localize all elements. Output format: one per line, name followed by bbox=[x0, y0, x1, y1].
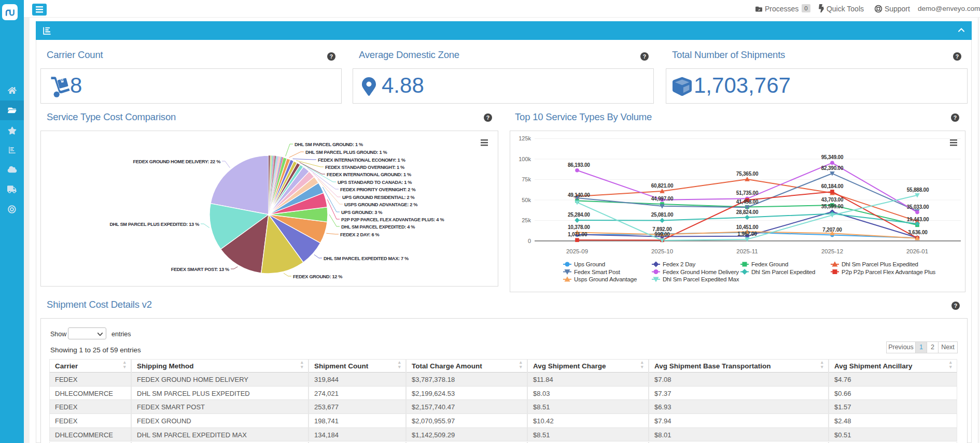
svg-text:P2P P2P PARCEL FLEX ADVANTAGE: P2P P2P PARCEL FLEX ADVANTAGE PLUS: 4 % bbox=[341, 217, 444, 222]
svg-text:7,892.00: 7,892.00 bbox=[652, 226, 672, 232]
svg-text:FEDEX SMART POST: 13 %: FEDEX SMART POST: 13 % bbox=[171, 267, 229, 272]
svg-text:41,458.00: 41,458.00 bbox=[736, 199, 759, 205]
svg-text:Dhl Sm Parcel Expedited: Dhl Sm Parcel Expedited bbox=[751, 269, 815, 275]
svg-text:1,071.00: 1,071.00 bbox=[568, 232, 587, 237]
svg-text:25,284.00: 25,284.00 bbox=[568, 212, 590, 218]
svg-text:2025-11: 2025-11 bbox=[736, 248, 758, 254]
svg-text:125k: 125k bbox=[519, 135, 531, 141]
svg-text:55,888.00: 55,888.00 bbox=[907, 187, 929, 193]
svg-text:25k: 25k bbox=[522, 217, 531, 223]
svg-text:DHL SM PARCEL EXPEDITED: 4 %: DHL SM PARCEL EXPEDITED: 4 % bbox=[341, 224, 415, 230]
svg-text:UPS GROUND RESIDENTIAL: 2 %: UPS GROUND RESIDENTIAL: 2 % bbox=[342, 195, 415, 200]
svg-text:UPS GROUND: 3 %: UPS GROUND: 3 % bbox=[341, 210, 382, 215]
svg-text:FEDEX GROUND: 12 %: FEDEX GROUND: 12 % bbox=[293, 274, 342, 279]
svg-text:Fedex Ground: Fedex Ground bbox=[751, 261, 788, 267]
svg-text:86,193.00: 86,193.00 bbox=[568, 162, 590, 168]
svg-text:Ups Ground: Ups Ground bbox=[574, 261, 605, 267]
svg-text:75,365.00: 75,365.00 bbox=[736, 171, 759, 177]
svg-text:DHL SM PARCEL GROUND: 1 %: DHL SM PARCEL GROUND: 1 % bbox=[295, 142, 363, 147]
svg-text:Fedex Smart Post: Fedex Smart Post bbox=[574, 269, 621, 275]
svg-text:75k: 75k bbox=[522, 176, 531, 182]
svg-text:95,349.00: 95,349.00 bbox=[821, 154, 844, 160]
svg-text:2025-09: 2025-09 bbox=[566, 248, 588, 254]
svg-text:UPS STANDARD TO CANADA: 1 %: UPS STANDARD TO CANADA: 1 % bbox=[338, 180, 412, 185]
svg-text:1,967.00: 1,967.00 bbox=[737, 231, 757, 237]
svg-text:10,378.00: 10,378.00 bbox=[568, 224, 590, 230]
svg-text:35,033.00: 35,033.00 bbox=[907, 204, 929, 210]
svg-text:P2p P2p Parcel Flex Advantage: P2p P2p Parcel Flex Advantage Plus bbox=[842, 269, 936, 275]
svg-text:7,207.00: 7,207.00 bbox=[822, 227, 842, 233]
svg-text:25,081.00: 25,081.00 bbox=[651, 212, 674, 218]
svg-text:DHL SM PARCEL EXPEDITED MAX: 7: DHL SM PARCEL EXPEDITED MAX: 7 % bbox=[324, 256, 409, 261]
svg-text:100k: 100k bbox=[519, 156, 531, 162]
svg-text:USPS GROUND ADVANTAGE: 2 %: USPS GROUND ADVANTAGE: 2 % bbox=[344, 202, 417, 207]
svg-text:82,390.00: 82,390.00 bbox=[821, 165, 844, 171]
svg-text:51,735.00: 51,735.00 bbox=[736, 190, 759, 196]
svg-text:DHL SM PARCEL PLUS GROUND: 1 %: DHL SM PARCEL PLUS GROUND: 1 % bbox=[305, 150, 387, 155]
svg-text:Fedex Ground Home Delivery: Fedex Ground Home Delivery bbox=[663, 269, 739, 275]
svg-text:DHL SM PARCEL PLUS EXPEDITED:: DHL SM PARCEL PLUS EXPEDITED: 13 % bbox=[109, 222, 199, 227]
svg-text:FEDEX 2 DAY: 6 %: FEDEX 2 DAY: 6 % bbox=[340, 232, 379, 237]
svg-text:FEDEX PRIORITY OVERNIGHT: 2 %: FEDEX PRIORITY OVERNIGHT: 2 % bbox=[340, 187, 415, 192]
svg-text:43,703.00: 43,703.00 bbox=[821, 197, 844, 203]
svg-text:FEDEX STANDARD OVERNIGHT: 1 %: FEDEX STANDARD OVERNIGHT: 1 % bbox=[325, 165, 404, 170]
svg-text:44,997.00: 44,997.00 bbox=[651, 196, 674, 202]
svg-text:49,140.00: 49,140.00 bbox=[568, 192, 590, 198]
svg-text:Dhl Sm Parcel Expedited Max: Dhl Sm Parcel Expedited Max bbox=[663, 276, 739, 282]
svg-text:60,184.00: 60,184.00 bbox=[821, 183, 844, 189]
svg-text:FEDEX GROUND HOME DELIVERY: 22: FEDEX GROUND HOME DELIVERY: 22 % bbox=[133, 159, 220, 164]
svg-text:35,599.00: 35,599.00 bbox=[821, 204, 844, 209]
svg-text:Usps Ground Advantage: Usps Ground Advantage bbox=[574, 276, 637, 282]
svg-text:28,824.00: 28,824.00 bbox=[736, 209, 759, 215]
svg-text:Dhl Sm Parcel Plus Expedited: Dhl Sm Parcel Plus Expedited bbox=[842, 261, 918, 267]
svg-text:19,443.00: 19,443.00 bbox=[907, 217, 929, 222]
svg-text:FEDEX INTERNATIONAL ECONOMY: 1: FEDEX INTERNATIONAL ECONOMY: 1 % bbox=[318, 158, 405, 163]
svg-text:0: 0 bbox=[528, 238, 531, 244]
svg-text:FEDEX INTERNATIONAL GROUND: 1: FEDEX INTERNATIONAL GROUND: 1 % bbox=[327, 172, 411, 177]
svg-text:2025-12: 2025-12 bbox=[821, 248, 843, 254]
svg-text:999.00: 999.00 bbox=[654, 232, 670, 237]
svg-text:60,821.00: 60,821.00 bbox=[651, 183, 674, 189]
svg-text:Fedex 2 Day: Fedex 2 Day bbox=[663, 261, 695, 267]
svg-text:2025-10: 2025-10 bbox=[651, 248, 673, 254]
svg-text:50k: 50k bbox=[522, 197, 531, 203]
svg-text:3,636.00: 3,636.00 bbox=[908, 230, 928, 235]
svg-text:10,451.00: 10,451.00 bbox=[736, 224, 759, 230]
svg-text:2026-01: 2026-01 bbox=[906, 248, 928, 254]
